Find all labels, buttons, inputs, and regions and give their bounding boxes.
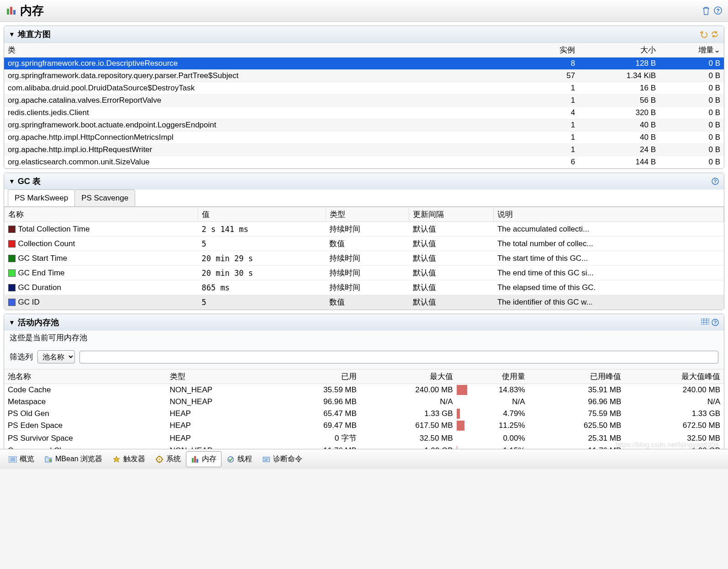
heap-col-header[interactable]: 大小 [579,43,659,58]
pool-filter-row: 筛选列 池名称 [4,348,724,369]
heap-histogram-section: ▼ 堆直方图 类实例大小增量⌄ org.springframework.core… [4,26,724,169]
pool-section: ▼ 活动内存池 ? 这些是当前可用内存池 筛选列 池名称 池名称类型已用最大值使… [4,314,724,449]
gc-col-header[interactable]: 类型 [326,207,409,222]
help-icon[interactable]: ? [711,177,719,185]
pool-col-header[interactable]: 使用量 [457,369,529,384]
tab-icon [227,455,235,464]
refresh-icon[interactable] [710,30,719,39]
filter-column-select[interactable]: 池名称 [37,350,75,364]
table-row[interactable]: Code CacheNON_HEAP35.59 MB240.00 MB14.83… [4,384,724,396]
svg-text:?: ? [714,320,717,325]
filter-input[interactable] [79,351,718,364]
table-row[interactable]: GC Start Time20 min 29 s持续时间默认值The start… [5,251,724,266]
heap-section-title: 堆直方图 [18,29,699,40]
trash-icon[interactable] [702,6,711,16]
heap-table: 类实例大小增量⌄ org.springframework.core.io.Des… [4,42,724,169]
gc-col-header[interactable]: 说明 [494,207,724,222]
svg-rect-1 [10,7,12,15]
help-icon[interactable]: ? [713,6,723,16]
pool-description: 这些是当前可用内存池 [4,331,724,348]
bottom-tab[interactable]: 概览 [4,451,39,467]
table-row[interactable]: redis.clients.jedis.Client4320 B0 B [4,107,724,119]
svg-text:?: ? [716,7,720,14]
bottom-tab[interactable]: 线程 [222,451,257,467]
pool-col-header[interactable]: 最大值峰值 [625,369,724,384]
svg-rect-2 [13,10,16,15]
gc-section-title: GC 表 [18,176,711,187]
svg-point-25 [228,457,233,462]
gc-tab[interactable]: PS Scavenge [74,190,135,206]
bottom-tab[interactable]: 触发器 [107,451,150,467]
bottom-tabs: 概览MBean 浏览器触发器系统内存线程诊断命令 [0,449,728,469]
table-row[interactable]: com.alibaba.druid.pool.DruidDataSource$D… [4,82,724,95]
gc-col-header[interactable]: 名称 [5,207,198,222]
pool-section-header[interactable]: ▼ 活动内存池 ? [4,314,724,331]
table-view-icon[interactable] [701,318,709,327]
gc-col-header[interactable]: 更新间隔 [409,207,494,222]
gc-tabs: PS MarkSweepPS Scavenge [4,190,724,207]
svg-rect-22 [192,458,194,463]
table-row[interactable]: PS Old GenHEAP65.47 MB1.33 GB4.79%75.59 … [4,408,724,420]
gc-section: ▼ GC 表 ? PS MarkSweepPS Scavenge 名称值类型更新… [4,173,724,310]
table-row[interactable]: GC End Time20 min 30 s持续时间默认值The end tim… [5,266,724,280]
page-title: 内存 [20,3,702,19]
pool-col-header[interactable]: 已用峰值 [529,369,625,384]
gc-tab[interactable]: PS MarkSweep [8,190,75,206]
undo-icon[interactable] [699,30,708,39]
svg-point-21 [158,458,160,460]
table-row[interactable]: org.springframework.core.io.DescriptiveR… [4,58,724,70]
collapse-icon: ▼ [9,31,15,38]
svg-point-18 [49,459,52,462]
svg-text:?: ? [714,179,717,184]
heap-col-header[interactable]: 实例 [528,43,579,58]
table-row[interactable]: org.apache.catalina.valves.ErrorReportVa… [4,95,724,107]
memory-icon [5,5,16,16]
table-row[interactable]: org.springframework.data.repository.quer… [4,70,724,82]
bottom-tab[interactable]: 系统 [150,451,186,467]
gc-table: 名称值类型更新间隔说明 Total Collection Time2 s 141… [4,207,724,310]
tab-icon [112,455,121,464]
bottom-tab[interactable]: MBean 浏览器 [39,451,107,467]
svg-marker-19 [113,456,120,462]
pool-section-title: 活动内存池 [18,317,701,328]
gc-section-header[interactable]: ▼ GC 表 ? [4,173,724,190]
svg-rect-0 [7,9,9,15]
table-row[interactable]: org.apache.http.impl.HttpConnectionMetri… [4,132,724,144]
tab-icon [262,456,270,463]
filter-label: 筛选列 [10,352,33,362]
svg-rect-24 [196,459,198,463]
heap-section-header[interactable]: ▼ 堆直方图 [4,26,724,42]
gc-col-header[interactable]: 值 [198,207,326,222]
pool-table: 池名称类型已用最大值使用量已用峰值最大值峰值 Code CacheNON_HEA… [4,369,724,449]
bottom-tab[interactable]: 内存 [186,451,222,467]
table-row[interactable]: GC ID5数值默认值The identifier of this GC w..… [5,295,724,310]
bottom-tab[interactable]: 诊断命令 [257,451,307,467]
tab-icon [9,456,17,463]
heap-col-header[interactable]: 类 [4,43,528,58]
tab-icon [44,456,53,463]
table-row[interactable]: PS Survivor SpaceHEAP0 字节32.50 MB0.00%25… [4,432,724,445]
table-row[interactable]: Total Collection Time2 s 141 ms持续时间默认值Th… [5,222,724,237]
table-row[interactable]: GC Duration865 ms持续时间默认值The elapsed time… [5,280,724,295]
table-row[interactable]: org.springframework.boot.actuate.endpoin… [4,119,724,132]
svg-rect-26 [263,457,269,462]
table-row[interactable]: org.apache.http.impl.io.HttpRequestWrite… [4,144,724,156]
page-header: 内存 ? [0,0,728,22]
help-icon[interactable]: ? [711,318,719,327]
table-row[interactable]: Compressed Clas...NON_HEAP11.76 MB1.00 G… [4,445,724,449]
table-row[interactable]: org.elasticsearch.common.unit.SizeValue6… [4,156,724,169]
table-row[interactable]: MetaspaceNON_HEAP96.96 MBN/AN/A96.96 MBN… [4,396,724,408]
heap-col-header[interactable]: 增量⌄ [659,43,724,58]
pool-col-header[interactable]: 已用 [273,369,360,384]
tab-icon [155,455,164,464]
collapse-icon: ▼ [9,319,15,326]
pool-col-header[interactable]: 池名称 [4,369,166,384]
table-row[interactable]: Collection Count5数值默认值The total number o… [5,237,724,251]
table-row[interactable]: PS Eden SpaceHEAP69.47 MB617.50 MB11.25%… [4,420,724,432]
svg-rect-23 [194,456,196,463]
svg-rect-7 [701,318,709,325]
pool-col-header[interactable]: 类型 [166,369,274,384]
collapse-icon: ▼ [9,178,15,185]
pool-col-header[interactable]: 最大值 [360,369,457,384]
tab-icon [191,455,199,464]
